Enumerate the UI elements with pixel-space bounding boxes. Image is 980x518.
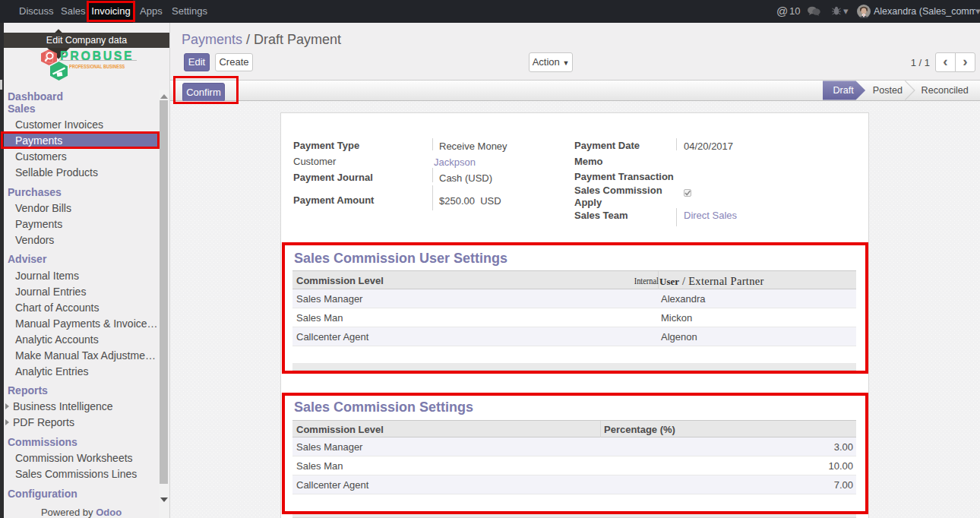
svg-text:Reconciled: Reconciled <box>922 85 969 96</box>
svg-text:Posted: Posted <box>873 85 903 96</box>
svg-text:Draft: Draft <box>833 85 855 96</box>
